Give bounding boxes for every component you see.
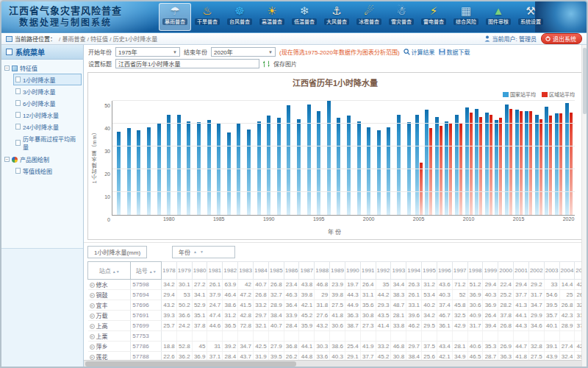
- sidebar-item-rain-24h[interactable]: 24小时降水量: [13, 121, 82, 132]
- expand-row-icon[interactable]: +: [90, 283, 95, 288]
- sort-icons[interactable]: ▲▼: [112, 270, 120, 274]
- regional-avg-bar[interactable]: [429, 128, 432, 215]
- national-avg-bar[interactable]: [127, 128, 131, 215]
- column-header-station[interactable]: 站点▲▼: [88, 262, 131, 280]
- national-avg-bar[interactable]: [525, 111, 528, 215]
- national-avg-bar[interactable]: [267, 116, 270, 215]
- national-avg-bar[interactable]: [555, 113, 559, 215]
- expand-row-icon[interactable]: +: [90, 344, 95, 350]
- regional-avg-bar[interactable]: [509, 109, 512, 215]
- sidebar-item-rain-1h[interactable]: 1小时降水量: [13, 74, 82, 85]
- sidebar-item-rain-3h[interactable]: 3小时降水量: [13, 85, 82, 97]
- national-avg-bar[interactable]: [455, 115, 459, 215]
- toolbar-item-rainstorm-survey[interactable]: ☂暴雨普查: [159, 3, 191, 31]
- national-avg-bar[interactable]: [327, 101, 331, 215]
- regional-avg-bar[interactable]: [529, 111, 532, 215]
- sort-desc-icon[interactable]: ▼: [200, 250, 204, 254]
- regional-avg-bar[interactable]: [490, 115, 492, 215]
- regional-avg-bar[interactable]: [539, 119, 542, 215]
- year-sort-box[interactable]: 年份 ▲ ▼: [172, 246, 235, 258]
- regional-avg-bar[interactable]: [479, 117, 482, 215]
- regional-avg-bar[interactable]: [449, 124, 452, 215]
- national-avg-bar[interactable]: [147, 127, 151, 215]
- chart-title-input[interactable]: 江西省历年1小时降水量: [115, 59, 259, 68]
- national-avg-bar[interactable]: [117, 132, 121, 215]
- station-name-cell[interactable]: +萍乡: [88, 342, 131, 352]
- expand-icon[interactable]: −: [4, 66, 10, 71]
- sidebar-group-feature-values[interactable]: −特征值: [3, 63, 82, 74]
- national-avg-bar[interactable]: [565, 103, 569, 215]
- download-data-button[interactable]: 数据下载: [439, 48, 470, 56]
- sidebar-item-rain-12h[interactable]: 12小时降水量: [13, 109, 82, 121]
- regional-avg-bar[interactable]: [440, 126, 442, 215]
- breadcrumb[interactable]: / 暴雨普查 / 特征值 / 历史1小时降水量: [59, 35, 157, 43]
- toolbar-item-lowtemp-survey[interactable]: ❄低温普查: [288, 3, 320, 31]
- national-avg-bar[interactable]: [425, 110, 429, 215]
- regional-avg-bar[interactable]: [549, 116, 552, 215]
- toolbar-item-map-review[interactable]: ▲图件审核: [482, 3, 514, 31]
- save-image-button[interactable]: 保存图片: [273, 60, 297, 68]
- exit-system-button[interactable]: 退出系统: [541, 33, 582, 44]
- vertical-scrollbar-thumb[interactable]: [583, 48, 587, 114]
- national-avg-bar[interactable]: [167, 115, 171, 215]
- regional-avg-bar[interactable]: [459, 124, 462, 215]
- sort-arrows-icon[interactable]: [263, 60, 270, 68]
- sidebar-item-storm-process-avg[interactable]: 历年暴雨过程平均雨量: [13, 132, 82, 152]
- national-avg-bar[interactable]: [387, 127, 390, 215]
- national-avg-bar[interactable]: [207, 120, 211, 215]
- toolbar-item-hightemp-survey[interactable]: ☀高温普查: [256, 3, 288, 31]
- expand-row-icon[interactable]: +: [90, 334, 95, 339]
- national-avg-bar[interactable]: [157, 124, 161, 215]
- toolbar-item-wind-survey[interactable]: ⚓大风普查: [320, 3, 353, 31]
- regional-avg-bar[interactable]: [520, 111, 523, 215]
- national-avg-bar[interactable]: [495, 120, 498, 215]
- national-avg-bar[interactable]: [217, 124, 220, 215]
- national-avg-bar[interactable]: [535, 115, 539, 215]
- toolbar-item-lightning-survey[interactable]: ⚡雷电普查: [417, 3, 450, 31]
- national-avg-bar[interactable]: [297, 119, 301, 215]
- toolbar-item-hail-survey[interactable]: ☄冰雹普查: [353, 3, 385, 31]
- legend-item[interactable]: 国家站平均: [503, 91, 536, 98]
- expand-row-icon[interactable]: +: [90, 293, 95, 298]
- toolbar-item-snow-survey[interactable]: ☃雪灾普查: [385, 3, 417, 31]
- sidebar-item-rain-6h[interactable]: 6小时降水量: [13, 97, 82, 109]
- national-avg-bar[interactable]: [397, 115, 401, 215]
- toolbar-item-drought-survey[interactable]: ♨干旱普查: [191, 3, 223, 31]
- expand-row-icon[interactable]: +: [90, 324, 95, 329]
- regional-avg-bar[interactable]: [420, 163, 423, 215]
- regional-avg-bar[interactable]: [499, 118, 502, 215]
- national-avg-bar[interactable]: [475, 109, 478, 215]
- national-avg-bar[interactable]: [505, 105, 509, 215]
- national-avg-bar[interactable]: [237, 124, 240, 215]
- national-avg-bar[interactable]: [317, 111, 320, 215]
- sidebar-group-product-mapping[interactable]: −产品图绘制: [3, 154, 82, 165]
- regional-avg-bar[interactable]: [470, 113, 473, 216]
- national-avg-bar[interactable]: [485, 113, 489, 216]
- expand-icon[interactable]: −: [4, 157, 10, 162]
- regional-avg-bar[interactable]: [559, 113, 562, 215]
- sidebar-item-isoline-map[interactable]: 等值线绘图: [13, 165, 82, 177]
- national-avg-bar[interactable]: [515, 110, 519, 215]
- vertical-scrollbar[interactable]: [581, 45, 587, 367]
- national-avg-bar[interactable]: [137, 130, 140, 215]
- station-name-cell[interactable]: +铜鼓: [88, 290, 131, 300]
- national-avg-bar[interactable]: [415, 115, 419, 215]
- expand-row-icon[interactable]: +: [90, 314, 95, 319]
- calculate-button[interactable]: 计算结果: [404, 48, 435, 56]
- station-name-cell[interactable]: +修水: [88, 280, 131, 290]
- toolbar-item-composite-risk[interactable]: ▦综合风险: [450, 3, 482, 31]
- national-avg-bar[interactable]: [465, 107, 469, 215]
- station-name-cell[interactable]: +上高: [88, 321, 131, 331]
- national-avg-bar[interactable]: [287, 105, 290, 215]
- end-year-select[interactable]: 2020年▼: [211, 47, 276, 57]
- column-header-station-id[interactable]: 站号▲▼: [131, 262, 162, 280]
- national-avg-bar[interactable]: [367, 127, 370, 215]
- national-avg-bar[interactable]: [337, 118, 340, 215]
- expand-row-icon[interactable]: +: [90, 303, 95, 308]
- toolbar-item-typhoon-survey[interactable]: ☸台风普查: [223, 3, 256, 31]
- sort-asc-icon[interactable]: ▲: [193, 250, 197, 254]
- regional-avg-bar[interactable]: [570, 113, 573, 216]
- national-avg-bar[interactable]: [277, 118, 281, 215]
- legend-item[interactable]: 区域站平均: [542, 91, 575, 98]
- start-year-select[interactable]: 1975年▼: [115, 47, 180, 57]
